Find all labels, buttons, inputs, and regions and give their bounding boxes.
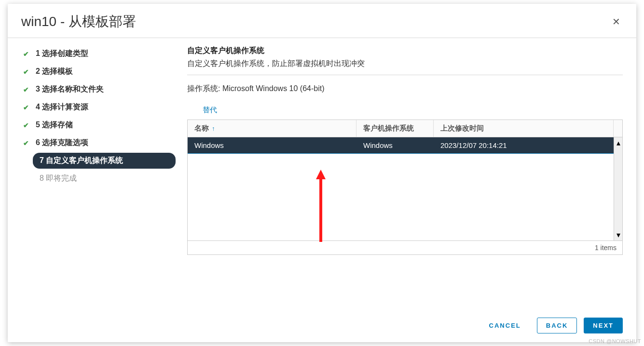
content-pane: 自定义客户机操作系统 自定义客户机操作系统，防止部署虚拟机时出现冲突 操作系统:… [187, 46, 623, 310]
step-label: 选择计算资源 [42, 103, 88, 111]
next-button[interactable]: NEXT [584, 318, 623, 333]
step-num: 4 [36, 103, 40, 111]
step-label: 选择名称和文件夹 [42, 85, 104, 93]
check-icon: ✔ [23, 104, 32, 111]
wizard-steps: ✔ 1 选择创建类型 ✔ 2 选择模板 ✔ 3 选择名称和文件夹 [21, 46, 176, 310]
scroll-gutter-head [614, 120, 622, 137]
step-num: 3 [36, 85, 40, 93]
close-icon[interactable]: ✕ [609, 15, 623, 28]
dialog-body: ✔ 1 选择创建类型 ✔ 2 选择模板 ✔ 3 选择名称和文件夹 [8, 38, 636, 310]
step-num: 7 [40, 156, 44, 164]
col-guest-os-label: 客户机操作系统 [363, 124, 414, 133]
dialog-header: win10 - 从模板部署 ✕ [8, 4, 636, 38]
col-name-label: 名称 [194, 124, 209, 133]
section-header: 自定义客户机操作系统 自定义客户机操作系统，防止部署虚拟机时出现冲突 [187, 46, 623, 75]
step-num: 8 [40, 174, 44, 182]
step-1[interactable]: ✔ 1 选择创建类型 [21, 46, 176, 62]
replace-link[interactable]: 替代 [187, 106, 623, 115]
step-num: 1 [36, 49, 40, 57]
step-2[interactable]: ✔ 2 选择模板 [21, 64, 176, 80]
scroll-up-icon[interactable]: ▴ [617, 138, 620, 147]
table-row[interactable]: Windows Windows 2023/12/07 20:14:21 [188, 137, 622, 153]
os-label: 操作系统: [187, 84, 220, 93]
step-7-current[interactable]: 7 自定义客户机操作系统 [33, 153, 176, 169]
col-guest-os[interactable]: 客户机操作系统 [356, 120, 434, 137]
check-icon: ✔ [23, 86, 32, 93]
scroll-down-icon[interactable]: ▾ [617, 230, 620, 240]
step-label: 自定义客户机操作系统 [46, 156, 123, 164]
step-3[interactable]: ✔ 3 选择名称和文件夹 [21, 81, 176, 97]
check-icon: ✔ [23, 68, 32, 76]
deploy-wizard-dialog: win10 - 从模板部署 ✕ ✔ 1 选择创建类型 ✔ 2 选择模板 [8, 4, 636, 342]
step-num: 2 [36, 67, 40, 75]
step-label: 选择存储 [42, 120, 73, 129]
step-label: 选择克隆选项 [42, 138, 88, 146]
step-label: 选择创建类型 [42, 49, 88, 57]
step-label: 选择模板 [42, 67, 73, 75]
step-5[interactable]: ✔ 5 选择存储 [21, 117, 176, 133]
table-body: Windows Windows 2023/12/07 20:14:21 ▴ ▾ [188, 137, 622, 240]
table-header-row: 名称 ↑ 客户机操作系统 上次修改时间 [188, 120, 622, 137]
col-modified-label: 上次修改时间 [440, 124, 484, 133]
os-value: Microsoft Windows 10 (64-bit) [222, 84, 325, 93]
spec-table: 名称 ↑ 客户机操作系统 上次修改时间 Windows [187, 120, 623, 255]
section-desc: 自定义客户机操作系统，防止部署虚拟机时出现冲突 [187, 59, 623, 69]
section-title: 自定义客户机操作系统 [187, 46, 623, 56]
dialog-footer: CANCEL BACK NEXT [8, 310, 636, 342]
step-8-disabled: 8 即将完成 [33, 171, 176, 186]
scrollbar[interactable]: ▴ ▾ [614, 137, 622, 240]
col-name[interactable]: 名称 ↑ [188, 120, 356, 137]
dialog-title: win10 - 从模板部署 [21, 13, 136, 31]
os-line: 操作系统: Microsoft Windows 10 (64-bit) [187, 84, 623, 94]
step-num: 6 [36, 138, 40, 146]
step-6[interactable]: ✔ 6 选择克隆选项 [21, 135, 176, 151]
cancel-button[interactable]: CANCEL [480, 318, 530, 333]
col-modified[interactable]: 上次修改时间 [434, 120, 614, 137]
check-icon: ✔ [23, 121, 32, 129]
check-icon: ✔ [23, 139, 32, 147]
table-footer: 1 items [188, 240, 622, 254]
sort-asc-icon: ↑ [212, 125, 215, 132]
check-icon: ✔ [23, 50, 32, 58]
step-num: 5 [36, 120, 40, 129]
cell-modified: 2023/12/07 20:14:21 [434, 137, 614, 153]
step-4[interactable]: ✔ 4 选择计算资源 [21, 99, 176, 115]
back-button[interactable]: BACK [537, 318, 577, 333]
cell-guest-os: Windows [356, 137, 434, 153]
step-label: 即将完成 [46, 174, 77, 182]
cell-name: Windows [188, 137, 356, 153]
watermark: CSDN @NOWSHUT [589, 338, 641, 344]
